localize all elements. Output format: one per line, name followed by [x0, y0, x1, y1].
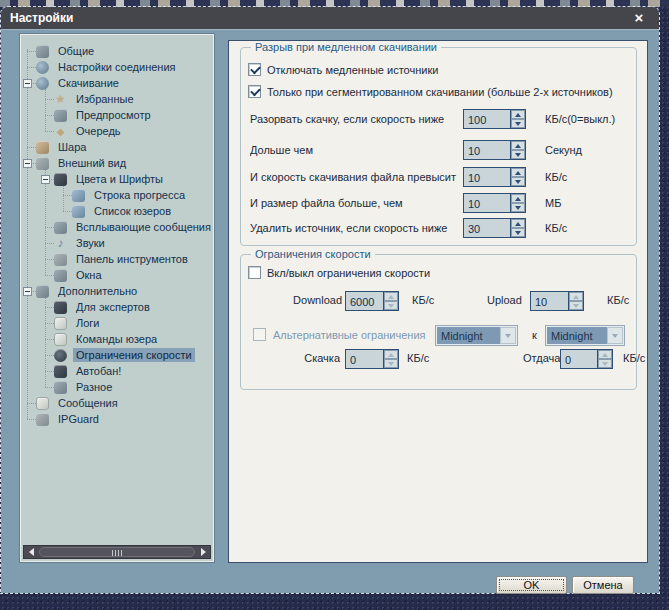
users-gear-icon: [36, 45, 49, 58]
ok-button[interactable]: OK: [496, 576, 567, 594]
alt-from-time-dropdown: Midnight: [435, 325, 518, 346]
tree-item-popups[interactable]: Всплывающие сообщения: [21, 219, 213, 235]
spin-up-icon[interactable]: [384, 292, 398, 301]
disconnect-speed-spinner[interactable]: 100: [463, 109, 526, 129]
tree-horizontal-scrollbar[interactable]: [23, 545, 211, 559]
tree-item-appearance[interactable]: Внешний вид: [21, 155, 213, 171]
enable-limits-checkbox[interactable]: [248, 266, 261, 279]
alternative-limits-checkbox: [253, 328, 266, 341]
tree-item-queue[interactable]: Очередь: [21, 123, 213, 139]
download-unit: КБ/с: [412, 294, 434, 306]
to-separator: к: [532, 329, 537, 341]
collapse-toggle[interactable]: [41, 175, 50, 184]
tree-item-messages[interactable]: Сообщения: [21, 395, 213, 411]
scroll-left-icon[interactable]: [24, 546, 38, 558]
alt-upload-spinner[interactable]: 0: [560, 349, 613, 369]
tree-item-misc[interactable]: Разное: [21, 379, 213, 395]
spinner-value[interactable]: 10: [464, 141, 510, 159]
tree-item-share[interactable]: Шара: [21, 139, 213, 155]
expert-icon: [54, 301, 67, 314]
remove-source-row: Удалить источник, если скорость ниже 30 …: [229, 218, 647, 238]
chevron-down-icon: [607, 327, 623, 344]
spin-up-icon[interactable]: [384, 350, 398, 359]
tree-item-toolbar[interactable]: Панель инструментов: [21, 251, 213, 267]
close-icon[interactable]: ×: [630, 9, 648, 27]
tree-item-preview[interactable]: Предпросмотр: [21, 107, 213, 123]
spin-up-icon[interactable]: [569, 292, 583, 301]
remove-source-spinner[interactable]: 30: [463, 218, 526, 238]
spin-up-icon[interactable]: [511, 194, 525, 203]
collapse-toggle[interactable]: [23, 79, 32, 88]
spin-down-icon[interactable]: [511, 119, 525, 128]
tree-item-advanced[interactable]: Дополнительно: [21, 283, 213, 299]
scroll-right-icon[interactable]: [196, 546, 210, 558]
spin-down-icon[interactable]: [569, 301, 583, 310]
spin-down-icon[interactable]: [511, 203, 525, 212]
tree-item-speed-limits[interactable]: Ограничения скорости: [21, 347, 213, 363]
tree-item-user-list[interactable]: Список юзеров: [21, 203, 213, 219]
spinner-value[interactable]: 0: [561, 350, 597, 368]
disconnect-speed-row: Разорвать скачку, если скорость ниже 100…: [229, 109, 647, 129]
speed-limit-icon: [54, 349, 67, 362]
spin-down-icon[interactable]: [511, 150, 525, 159]
tree-item-favorites[interactable]: Избранные: [21, 91, 213, 107]
file-size-spinner[interactable]: 10: [463, 193, 526, 213]
tree-item-logs[interactable]: Логи: [21, 315, 213, 331]
scrollbar-thumb[interactable]: [39, 547, 195, 557]
spin-up-icon[interactable]: [511, 141, 525, 150]
spinner-value[interactable]: 100: [464, 110, 510, 128]
tree-item-windows[interactable]: Окна: [21, 267, 213, 283]
download-limit-spinner[interactable]: 6000: [345, 291, 399, 311]
tree-item-user-commands[interactable]: Команды юзера: [21, 331, 213, 347]
disconnect-slow-sources-checkbox[interactable]: [248, 63, 261, 76]
upload-label: Upload: [487, 294, 522, 306]
tree-item-general[interactable]: Общие: [21, 43, 213, 59]
tree-item-ipguard[interactable]: IPGuard: [21, 411, 213, 427]
spinner-value[interactable]: 6000: [346, 292, 383, 310]
desktop-background: Настройки × Общие Настройки соединения: [0, 0, 669, 610]
row-unit: КБ/с: [545, 222, 567, 234]
upload-limit-spinner[interactable]: 10: [530, 291, 584, 311]
tree-item-colors-fonts[interactable]: Цвета и Шрифты: [21, 171, 213, 187]
group-title: Разрыв при медленном скачивании: [251, 41, 441, 53]
share-icon: [36, 141, 49, 154]
row-unit: МБ: [545, 197, 561, 209]
file-speed-exceeds-row: И скорость скачивания файла превысит 10 …: [229, 167, 647, 187]
spin-down-icon[interactable]: [511, 177, 525, 186]
segmented-only-checkbox[interactable]: [248, 85, 261, 98]
tree-item-progress-bar[interactable]: Строка прогресса: [21, 187, 213, 203]
tree-item-experts[interactable]: Для экспертов: [21, 299, 213, 315]
spinner-value[interactable]: 10: [464, 194, 510, 212]
spin-down-icon[interactable]: [384, 359, 398, 368]
spinner-value[interactable]: 30: [464, 219, 510, 237]
tree-item-connection-settings[interactable]: Настройки соединения: [21, 59, 213, 75]
spin-down-icon[interactable]: [511, 228, 525, 237]
misc-icon: [54, 381, 67, 394]
tree-item-sounds[interactable]: Звуки: [21, 235, 213, 251]
spin-up-icon[interactable]: [598, 350, 612, 359]
file-speed-spinner[interactable]: 10: [463, 167, 526, 187]
spin-up-icon[interactable]: [511, 168, 525, 177]
desktop-icons-strip: [0, 0, 669, 7]
spin-up-icon[interactable]: [511, 110, 525, 119]
window-title: Настройки: [10, 11, 73, 25]
spinner-value[interactable]: 0: [346, 350, 383, 368]
row-unit: Секунд: [545, 144, 582, 156]
cancel-button[interactable]: Отмена: [572, 576, 634, 594]
spin-down-icon[interactable]: [384, 301, 398, 310]
tree-item-downloads[interactable]: Скачивание: [21, 75, 213, 91]
spinner-value[interactable]: 10: [464, 168, 510, 186]
spinner-value[interactable]: 10: [531, 292, 568, 310]
longer-than-spinner[interactable]: 10: [463, 140, 526, 160]
collapse-toggle[interactable]: [23, 287, 32, 296]
download-label: Download: [269, 294, 342, 306]
spin-down-icon[interactable]: [598, 359, 612, 368]
tree-item-autoban[interactable]: Автобан!: [21, 363, 213, 379]
titlebar[interactable]: Настройки ×: [1, 7, 659, 30]
spin-up-icon[interactable]: [511, 219, 525, 228]
row-unit: КБ/с: [545, 171, 567, 183]
alt-download-label: Скачка: [289, 352, 340, 364]
appearance-icon: [36, 157, 49, 170]
collapse-toggle[interactable]: [23, 159, 32, 168]
alt-download-spinner[interactable]: 0: [345, 349, 399, 369]
